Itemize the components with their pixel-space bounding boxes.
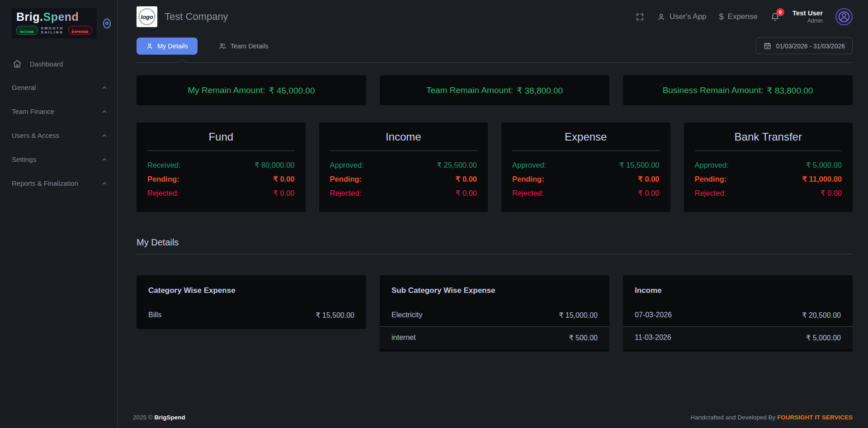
table-row: Electricity ₹ 15,000.00 xyxy=(380,304,609,326)
footer-copyright: 2025 © BrigSpend xyxy=(133,414,185,421)
users-app-button[interactable]: User's App xyxy=(657,12,707,21)
stat-row-approved: Approved: ₹ 25,500.00 xyxy=(330,158,477,172)
tab-label: My Details xyxy=(157,42,188,50)
detail-rows: Bills ₹ 15,500.00 xyxy=(137,304,366,326)
summary-value: ₹ 83,800.00 xyxy=(767,85,813,96)
active-tab-pointer xyxy=(179,59,185,65)
stat-card-title: Income xyxy=(330,131,477,151)
footer-brand: BrigSpend xyxy=(155,414,185,421)
stat-card-title: Fund xyxy=(147,131,295,151)
stat-row-value: ₹ 0.00 xyxy=(273,172,294,186)
brand-name-secondary: Spend xyxy=(43,10,79,23)
stat-card-title: Expense xyxy=(512,131,660,151)
income-badge: ↑ INCOME xyxy=(16,26,38,35)
stat-row-label: Approved: xyxy=(695,158,729,172)
stat-rows: Approved: ₹ 15,500.00 Pending: ₹ 0.00 Re… xyxy=(512,158,660,200)
stat-row-rejected: Rejected: ₹ 0.00 xyxy=(147,186,295,200)
topbar-left: logo Test Company xyxy=(137,6,228,27)
fullscreen-button[interactable] xyxy=(636,13,644,21)
user-icon xyxy=(657,13,665,21)
sidebar-group-label: Users & Access xyxy=(12,132,59,139)
topbar-right: User's App $ Expense 0 Test User Admin xyxy=(636,8,853,25)
sidebar-group-label: Settings xyxy=(12,155,36,163)
stats-row: Fund Received: ₹ 80,000.00 Pending: ₹ 0.… xyxy=(137,122,853,212)
stat-row-label: Pending: xyxy=(147,172,179,186)
stat-row-pending: Pending: ₹ 11,000.00 xyxy=(695,172,842,186)
tab-label: Team Details xyxy=(231,42,269,50)
tabs-row: My Details Team Details 01/03/2026 - 31/… xyxy=(137,37,853,55)
summary-value: ₹ 38,800.00 xyxy=(517,85,563,96)
date-range-picker[interactable]: 01/03/2026 - 31/03/2026 xyxy=(756,38,853,54)
sidebar-logo-row: Brig.Spend ↑ INCOME SMOOTH SAILING ↓ EXP… xyxy=(0,0,117,38)
sidebar-group-team-finance[interactable]: Team Finance xyxy=(0,101,117,122)
team-icon xyxy=(219,42,226,50)
stat-row-value: ₹ 15,500.00 xyxy=(619,158,660,172)
category-wise-expense-card: Category Wise Expense Bills ₹ 15,500.00 xyxy=(137,275,366,329)
brand-tagline: ↑ INCOME SMOOTH SAILING ↓ EXPENSE xyxy=(16,26,92,35)
stat-row-label: Approved: xyxy=(330,158,364,172)
sidebar-group-settings[interactable]: Settings xyxy=(0,149,117,169)
expense-label: Expense xyxy=(728,12,758,21)
detail-row-label: 11-03-2026 xyxy=(635,334,671,342)
summary-label: Business Remain Amount: xyxy=(663,85,764,95)
footer-credit-text: Handcrafted and Developed By xyxy=(691,414,776,421)
detail-row-label: Bills xyxy=(148,311,161,320)
company-logo-placeholder: logo xyxy=(138,8,156,25)
table-row: Bills ₹ 15,500.00 xyxy=(137,304,366,326)
detail-card-title: Income xyxy=(623,275,853,297)
summary-label: My Remain Amount: xyxy=(188,85,265,95)
footer-credit-brand[interactable]: FOURSIGHT IT SERVICES xyxy=(777,414,853,421)
sidebar-group-label: Reports & Finalization xyxy=(12,179,78,187)
home-icon xyxy=(13,59,22,68)
notifications-button[interactable]: 0 xyxy=(770,12,780,22)
notification-count-badge: 0 xyxy=(776,8,784,16)
summary-label: Team Remain Amount: xyxy=(426,85,513,95)
table-row: 07-03-2026 ₹ 20,500.00 xyxy=(623,304,853,326)
detail-row-label: 07-03-2026 xyxy=(635,311,672,320)
stat-row-rejected: Rejected: ₹ 0.00 xyxy=(512,186,660,200)
avatar[interactable] xyxy=(835,8,853,25)
app-root: Brig.Spend ↑ INCOME SMOOTH SAILING ↓ EXP… xyxy=(0,0,868,428)
section-divider xyxy=(137,254,853,254)
stat-rows: Received: ₹ 80,000.00 Pending: ₹ 0.00 Re… xyxy=(147,158,295,200)
detail-row-label: Electricity xyxy=(392,311,422,320)
tab-team-details[interactable]: Team Details xyxy=(209,37,278,55)
table-row: internet ₹ 500.00 xyxy=(380,326,609,349)
bank-transfer-card: Bank Transfer Approved: ₹ 5,000.00 Pendi… xyxy=(684,122,853,212)
sidebar-toggle-icon[interactable] xyxy=(103,19,111,28)
sidebar-item-dashboard[interactable]: Dashboard xyxy=(0,54,117,74)
income-detail-card: Income 07-03-2026 ₹ 20,500.00 11-03-2026… xyxy=(623,275,853,352)
user-block: Test User Admin xyxy=(793,9,823,24)
fullscreen-icon xyxy=(636,13,644,21)
stat-card-title: Bank Transfer xyxy=(695,131,842,151)
detail-row-value: ₹ 500.00 xyxy=(569,334,598,342)
stat-row-rejected: Rejected: ₹ 0.00 xyxy=(695,186,842,200)
chevron-up-icon xyxy=(102,133,107,138)
tabs: My Details Team Details xyxy=(137,37,278,55)
sidebar-group-label: Team Finance xyxy=(12,108,54,115)
sidebar-group-reports-finalization[interactable]: Reports & Finalization xyxy=(0,173,117,193)
tab-my-details[interactable]: My Details xyxy=(137,38,198,55)
brand-logo[interactable]: Brig.Spend ↑ INCOME SMOOTH SAILING ↓ EXP… xyxy=(12,8,97,38)
chevron-up-icon xyxy=(102,157,107,162)
company-logo: logo xyxy=(137,6,157,27)
chevron-up-icon xyxy=(102,109,107,114)
footer-credit: Handcrafted and Developed By FOURSIGHT I… xyxy=(691,414,853,421)
expense-button[interactable]: $ Expense xyxy=(719,12,758,22)
tabs-divider xyxy=(137,62,853,63)
users-app-label: User's App xyxy=(670,12,707,21)
stat-rows: Approved: ₹ 5,000.00 Pending: ₹ 11,000.0… xyxy=(695,158,842,200)
user-icon xyxy=(146,42,153,50)
sidebar-group-label: General xyxy=(12,84,36,91)
my-remain-amount-card: My Remain Amount: ₹ 45,000.00 xyxy=(137,75,366,105)
user-role: Admin xyxy=(793,18,823,24)
detail-card-title: Sub Category Wise Expense xyxy=(380,275,609,297)
calendar-icon xyxy=(764,42,771,50)
sidebar-group-users-access[interactable]: Users & Access xyxy=(0,125,117,146)
team-remain-amount-card: Team Remain Amount: ₹ 38,800.00 xyxy=(380,75,609,105)
detail-row-value: ₹ 15,000.00 xyxy=(559,311,598,320)
date-range-value: 01/03/2026 - 31/03/2026 xyxy=(776,42,845,50)
expense-badge: ↓ EXPENSE xyxy=(68,26,92,35)
sidebar-group-general[interactable]: General xyxy=(0,77,117,98)
brand-wordmark: Brig.Spend xyxy=(16,11,92,23)
